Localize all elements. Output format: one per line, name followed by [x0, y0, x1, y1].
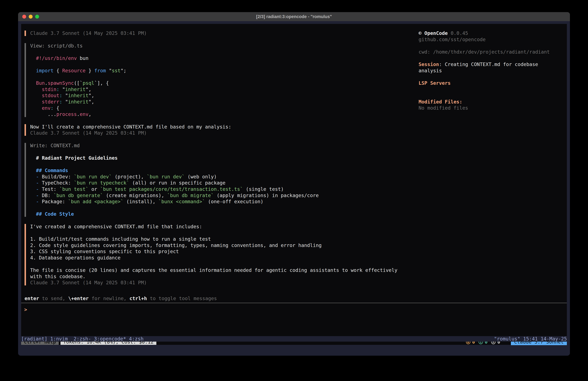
text-segment: ": [59, 87, 65, 92]
terminal-line: Claude 3.7 Sonnet (14 May 2025 03:41 PM): [30, 280, 418, 286]
text-segment: # Radiant Project Guidelines: [30, 155, 118, 161]
text-segment: (create migrations),: [103, 193, 167, 198]
terminal-line: stderr: "inherit",: [30, 99, 418, 105]
text-segment: (one-off execution): [205, 199, 263, 204]
terminal-line: [419, 92, 567, 99]
text-segment: inherit: [68, 93, 88, 98]
chat-column: Claude 3.7 Sonnet (14 May 2025 03:41 PM)…: [21, 30, 418, 292]
text-segment: 3. CSS styling conventions specific to t…: [30, 249, 179, 254]
terminal-content: Claude 3.7 Sonnet (14 May 2025 03:41 PM)…: [21, 24, 567, 345]
header-block: Claude 3.7 Sonnet (14 May 2025 03:41 PM): [21, 30, 418, 37]
text-segment: Resource: [62, 68, 86, 73]
terminal-line: Bun.spawnSync([`psql`], {: [30, 80, 418, 86]
text-segment: .: [45, 80, 48, 86]
text-segment: analysis: [419, 68, 442, 73]
terminal-line: 4. Database operations guidance: [30, 255, 418, 261]
text-segment: ## Code Style: [30, 211, 74, 217]
message-accent-bar: [24, 124, 26, 136]
terminal-line: ## Commands: [30, 167, 418, 174]
text-segment: `bun run typecheck`: [74, 180, 129, 186]
side-panel: © OpenCode 0.0.45github.com/sst/opencode…: [419, 30, 567, 111]
terminal-line: Session: Creating CONTEXT.md for codebas…: [419, 61, 567, 68]
text-segment: :: [59, 93, 62, 98]
terminal-line: Claude 3.7 Sonnet (14 May 2025 03:41 PM): [30, 130, 418, 136]
terminal-line: # Radiant Project Guidelines: [30, 155, 418, 161]
tool-block: View: script/db.ts #!/usr/bin/env bun im…: [21, 43, 418, 117]
terminal-line: [419, 86, 567, 92]
terminal-line: stdout: "inherit",: [30, 92, 418, 99]
text-segment: (web only): [185, 174, 217, 179]
text-segment: Session: [419, 62, 439, 67]
terminal-line: enter to send, \+enter for newline, ctrl…: [24, 295, 217, 302]
terminal-line: [30, 49, 418, 55]
terminal-line: [30, 230, 418, 236]
terminal-line: © OpenCode 0.0.45: [419, 30, 567, 37]
terminal-line: 3. CSS styling conventions specific to t…: [30, 248, 418, 255]
text-segment: 0.0.45: [448, 30, 468, 36]
terminal-line: #!/usr/bin/env bun: [30, 55, 418, 62]
terminal-line: [30, 61, 418, 68]
text-segment: ",: [88, 93, 94, 98]
text-segment: Package:: [39, 199, 68, 204]
prompt-input[interactable]: >: [24, 307, 27, 313]
terminal-line: import { Resource } from "sst";: [30, 68, 418, 74]
text-segment: Test:: [39, 186, 59, 192]
text-segment: #!/usr/bin/env: [30, 55, 77, 61]
text-segment: `bun db migrate`: [167, 193, 214, 198]
terminal-line: cwd: /home/thdxr/dev/projects/radiant/ra…: [419, 49, 567, 55]
text-segment: :: [59, 99, 62, 105]
minimize-button[interactable]: [29, 15, 33, 19]
help-line: enter to send, \+enter for newline, ctrl…: [24, 295, 217, 302]
text-segment: stdout: [30, 93, 59, 98]
text-segment: :: [57, 87, 59, 92]
text-segment: for newline,: [89, 296, 129, 301]
text-segment: I've created a comprehensive CONTEXT.md …: [30, 224, 202, 229]
terminal-line: - Test: `bun test` or `bun test packages…: [30, 186, 418, 192]
text-segment: .: [77, 112, 80, 117]
text-segment: spawnSync: [48, 80, 74, 86]
text-segment: Bun: [30, 80, 45, 86]
text-segment: Claude 3.7 Sonnet (14 May 2025 03:41 PM): [30, 130, 147, 136]
text-segment: inherit: [68, 99, 88, 105]
text-segment: sst: [112, 68, 121, 73]
terminal-line: - Package: `bun add <package>` (install)…: [30, 199, 418, 205]
maximize-button[interactable]: [35, 15, 39, 19]
text-segment: -: [30, 180, 39, 186]
header-accent-bar: [24, 30, 26, 36]
text-segment: with this codebase.: [30, 274, 85, 279]
text-segment: cwd: /home/thdxr/dev/projects/radiant/ra…: [419, 49, 550, 55]
terminal-line: 1. Build/lint/test commands including ho…: [30, 236, 418, 242]
terminal-line: [30, 161, 418, 168]
text-segment: (apply migrations) in packages/core: [214, 193, 319, 198]
terminal-window: [2/3] radiant:3:opencode - "romulus" Cla…: [18, 12, 570, 356]
terminal-line: View: script/db.ts: [30, 43, 418, 49]
terminal-line: Modified Files:: [419, 99, 567, 105]
terminal-line: The file is concise (20 lines) and captu…: [30, 267, 418, 273]
tool-accent-bar: [24, 143, 26, 217]
text-segment: -: [30, 186, 39, 192]
text-segment: process: [57, 112, 77, 117]
text-segment: ctrl+h: [129, 296, 147, 301]
text-segment: © OpenCode: [419, 30, 448, 36]
text-segment: github.com/sst/opencode: [419, 37, 485, 42]
text-segment: {: [54, 68, 62, 73]
text-segment: ": [62, 93, 68, 98]
tmux-status-bar: [radiant] 1:nvim 2:zsh- 3:opencode* 4:zs…: [18, 336, 570, 342]
text-segment: `bun db generate`: [54, 193, 103, 198]
text-segment: No modified files: [419, 105, 468, 111]
text-segment: ...: [30, 112, 57, 117]
tmux-window-list[interactable]: [radiant] 1:nvim 2:zsh- 3:opencode* 4:zs…: [21, 336, 144, 342]
terminal-line: I've created a comprehensive CONTEXT.md …: [30, 224, 418, 230]
text-segment: ": [62, 99, 68, 105]
text-segment: enter: [24, 296, 39, 301]
text-segment: to send,: [39, 296, 68, 301]
terminal-line: LSP Servers: [419, 80, 567, 86]
close-button[interactable]: [22, 15, 26, 19]
terminal-line: [30, 149, 418, 155]
window-controls: [22, 12, 39, 21]
text-segment: \+enter: [68, 296, 89, 301]
terminal-line: [419, 74, 567, 80]
text-segment: ,: [88, 112, 91, 117]
window-title: [2/3] radiant:3:opencode - "romulus": [256, 14, 332, 19]
text-segment: 2. Code style guidelines covering import…: [30, 243, 322, 248]
